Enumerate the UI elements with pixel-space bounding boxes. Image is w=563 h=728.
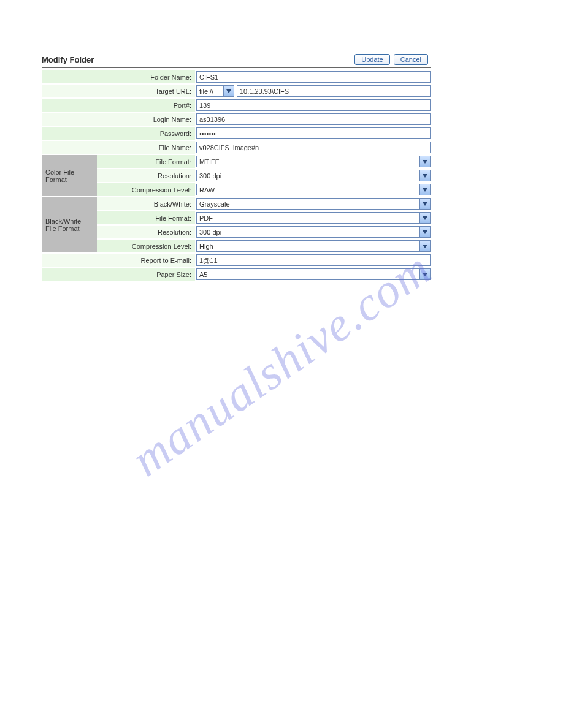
color-group-label: Color File Format	[42, 155, 97, 196]
chevron-down-icon	[419, 156, 430, 167]
report-email-input[interactable]	[196, 254, 431, 266]
color-resolution-label: Resolution:	[97, 169, 195, 182]
paper-size-label: Paper Size:	[42, 268, 195, 281]
bw-file-format-value: PDF	[199, 214, 419, 222]
chevron-down-icon	[223, 86, 234, 96]
bw-compression-select[interactable]: High	[196, 240, 431, 252]
bw-compression-label: Compression Level:	[97, 240, 195, 252]
target-protocol-select[interactable]: file://	[196, 85, 234, 97]
panel-title: Modify Folder	[42, 55, 94, 64]
folder-name-label: Folder Name:	[42, 70, 195, 83]
target-url-label: Target URL:	[42, 85, 195, 97]
color-file-format-label: File Format:	[97, 155, 195, 168]
color-resolution-value: 300 dpi	[199, 172, 419, 180]
chevron-down-icon	[419, 199, 430, 209]
port-label: Port#:	[42, 99, 195, 112]
bw-compression-value: High	[199, 243, 419, 250]
chevron-down-icon	[419, 184, 430, 195]
target-host-input[interactable]	[237, 85, 431, 97]
bw-resolution-label: Resolution:	[97, 226, 195, 238]
panel-header: Modify Folder Update Cancel	[42, 54, 431, 68]
chevron-down-icon	[419, 269, 430, 279]
bw-mode-value: Grayscale	[199, 200, 419, 208]
modify-folder-panel: Modify Folder Update Cancel Folder Name:…	[42, 54, 431, 282]
login-name-label: Login Name:	[42, 113, 195, 126]
paper-size-select[interactable]: A5	[196, 268, 431, 280]
color-file-format-value: MTIFF	[199, 158, 419, 165]
bw-file-format-label: File Format:	[97, 211, 195, 224]
color-file-format-select[interactable]: MTIFF	[196, 156, 431, 167]
form-table: Folder Name: Target URL: file:// Port#: …	[42, 69, 431, 282]
bw-file-format-select[interactable]: PDF	[196, 212, 431, 224]
paper-size-value: A5	[199, 271, 419, 278]
color-compression-select[interactable]: RAW	[196, 184, 431, 195]
chevron-down-icon	[419, 170, 430, 181]
bw-mode-select[interactable]: Grayscale	[196, 198, 431, 210]
cancel-button[interactable]: Cancel	[394, 54, 428, 65]
login-name-input[interactable]	[196, 113, 431, 125]
chevron-down-icon	[419, 227, 430, 237]
report-email-label: Report to E-mail:	[42, 254, 195, 267]
update-button[interactable]: Update	[354, 54, 389, 65]
header-buttons: Update Cancel	[354, 54, 431, 65]
color-resolution-select[interactable]: 300 dpi	[196, 170, 431, 181]
password-label: Password:	[42, 127, 195, 140]
bw-group-label: Black/White File Format	[42, 197, 97, 252]
bw-resolution-select[interactable]: 300 dpi	[196, 226, 431, 238]
file-name-label: File Name:	[42, 141, 195, 154]
bw-resolution-value: 300 dpi	[199, 229, 419, 236]
color-compression-value: RAW	[199, 186, 419, 194]
bw-mode-label: Black/White:	[97, 197, 195, 210]
color-compression-label: Compression Level:	[97, 183, 195, 196]
file-name-input[interactable]	[196, 142, 431, 153]
port-input[interactable]	[196, 99, 431, 111]
chevron-down-icon	[419, 241, 430, 251]
target-protocol-value: file://	[199, 88, 223, 95]
chevron-down-icon	[419, 213, 430, 223]
password-input[interactable]	[196, 127, 431, 139]
folder-name-input[interactable]	[196, 71, 431, 83]
